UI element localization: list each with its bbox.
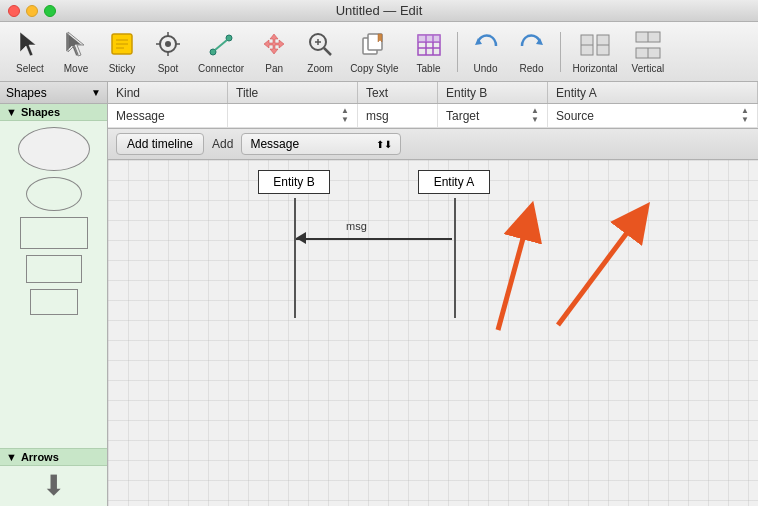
entity-a-label: Entity A xyxy=(434,175,475,189)
sidebar-dropdown-icon[interactable]: ▼ xyxy=(91,87,101,98)
sidebar: Shapes ▼ ▼ Shapes ▼ xyxy=(0,82,108,506)
minimize-button[interactable] xyxy=(26,5,38,17)
connector-label: Connector xyxy=(198,63,244,74)
move-icon xyxy=(60,29,92,61)
orange-arrow-1 xyxy=(498,220,528,330)
rect-large-shape[interactable] xyxy=(20,217,88,249)
horizontal-icon xyxy=(579,29,611,61)
th-title-label: Title xyxy=(236,86,258,100)
entity-a-box[interactable]: Entity A xyxy=(418,170,490,194)
td-kind-value: Message xyxy=(116,109,165,123)
spot-tool[interactable]: Spot xyxy=(146,25,190,78)
content-area: Kind Title Text Entity B Entity A Messag… xyxy=(108,82,758,506)
td-title[interactable]: ▲ ▼ xyxy=(228,104,358,127)
pan-tool[interactable]: Pan xyxy=(252,25,296,78)
diagram-area[interactable]: Entity B Entity A msg xyxy=(108,160,758,506)
shapes-section-label: Shapes xyxy=(21,106,60,118)
entity-b-box[interactable]: Entity B xyxy=(258,170,330,194)
th-text: Text xyxy=(358,82,438,103)
message-arrowhead xyxy=(296,232,306,244)
add-select-chevron: ⬆⬇ xyxy=(376,139,392,150)
table-header: Kind Title Text Entity B Entity A xyxy=(108,82,758,104)
undo-tool[interactable]: Undo xyxy=(464,25,508,78)
connector-icon xyxy=(205,29,237,61)
connector-tool[interactable]: Connector xyxy=(192,25,250,78)
add-label: Add xyxy=(212,137,233,151)
window-controls xyxy=(8,5,56,17)
redo-icon xyxy=(516,29,548,61)
zoom-tool[interactable]: Zoom xyxy=(298,25,342,78)
shapes-section-header: ▼ Shapes xyxy=(0,104,107,121)
redo-tool[interactable]: Redo xyxy=(510,25,554,78)
entity-b-stepper[interactable]: ▲ ▼ xyxy=(531,107,539,124)
maximize-button[interactable] xyxy=(44,5,56,17)
th-entity-a: Entity A xyxy=(548,82,758,103)
entity-b-stepper-down[interactable]: ▼ xyxy=(531,116,539,124)
oval-small-shape[interactable] xyxy=(26,177,82,211)
copy-style-tool[interactable]: Copy Style xyxy=(344,25,404,78)
arrow-down-shape[interactable]: ⬇ xyxy=(0,466,107,506)
rect-medium-shape[interactable] xyxy=(26,255,82,283)
copy-style-label: Copy Style xyxy=(350,63,398,74)
move-label: Move xyxy=(64,63,88,74)
arrows-section-label: Arrows xyxy=(21,451,59,463)
rect-small-shape[interactable] xyxy=(30,289,78,315)
table-label: Table xyxy=(417,63,441,74)
title-stepper[interactable]: ▲ ▼ xyxy=(341,107,349,124)
table-body: Message ▲ ▼ msg Target ▲ ▼ xyxy=(108,104,758,128)
entity-b-stepper-up[interactable]: ▲ xyxy=(531,107,539,115)
svg-line-15 xyxy=(215,40,227,50)
entity-a-stepper-up[interactable]: ▲ xyxy=(741,107,749,115)
entity-a-stepper[interactable]: ▲ ▼ xyxy=(741,107,749,124)
copy-style-icon xyxy=(358,29,390,61)
orange-arrow-2 xyxy=(558,218,638,325)
down-arrow-icon: ⬇ xyxy=(42,472,65,500)
toolbar-separator-2 xyxy=(560,32,561,72)
td-text: msg xyxy=(358,104,438,127)
zoom-label: Zoom xyxy=(307,63,333,74)
select-tool[interactable]: Select xyxy=(8,25,52,78)
spot-icon xyxy=(152,29,184,61)
close-button[interactable] xyxy=(8,5,20,17)
td-entity-b[interactable]: Target ▲ ▼ xyxy=(438,104,548,127)
table-tool[interactable]: Table xyxy=(407,25,451,78)
td-entity-a-value: Source xyxy=(556,109,594,123)
th-text-label: Text xyxy=(366,86,388,100)
table-icon xyxy=(413,29,445,61)
stepper-up-icon[interactable]: ▲ xyxy=(341,107,349,115)
titlebar: Untitled — Edit xyxy=(0,0,758,22)
sidebar-header: Shapes ▼ xyxy=(0,82,107,104)
oval-large-shape[interactable] xyxy=(18,127,90,171)
move-tool[interactable]: Move xyxy=(54,25,98,78)
svg-marker-0 xyxy=(20,32,36,56)
pan-label: Pan xyxy=(265,63,283,74)
sticky-tool[interactable]: Sticky xyxy=(100,25,144,78)
undo-icon xyxy=(470,29,502,61)
undo-label: Undo xyxy=(474,63,498,74)
table-row[interactable]: Message ▲ ▼ msg Target ▲ ▼ xyxy=(108,104,758,128)
td-entity-a[interactable]: Source ▲ ▼ xyxy=(548,104,758,127)
horizontal-tool[interactable]: Horizontal xyxy=(567,25,624,78)
lifeline-a xyxy=(454,198,456,318)
entity-a-stepper-down[interactable]: ▼ xyxy=(741,116,749,124)
vertical-tool[interactable]: Vertical xyxy=(626,25,671,78)
vertical-label: Vertical xyxy=(632,63,665,74)
th-title: Title xyxy=(228,82,358,103)
message-line xyxy=(296,238,452,240)
td-text-value: msg xyxy=(366,109,389,123)
redo-label: Redo xyxy=(520,63,544,74)
sidebar-header-label: Shapes xyxy=(6,86,47,100)
spot-label: Spot xyxy=(158,63,179,74)
add-select-value: Message xyxy=(250,137,299,151)
toolbar-separator-1 xyxy=(457,32,458,72)
stepper-down-icon[interactable]: ▼ xyxy=(341,116,349,124)
message-label: msg xyxy=(346,220,367,232)
shapes-triangle-icon: ▼ xyxy=(6,106,17,118)
th-kind: Kind xyxy=(108,82,228,103)
svg-line-17 xyxy=(324,48,331,55)
pan-icon xyxy=(258,29,290,61)
vertical-icon xyxy=(632,29,664,61)
add-select[interactable]: Message ⬆⬇ xyxy=(241,133,401,155)
toolbar: Select Move Sticky xyxy=(0,22,758,82)
add-timeline-button[interactable]: Add timeline xyxy=(116,133,204,155)
